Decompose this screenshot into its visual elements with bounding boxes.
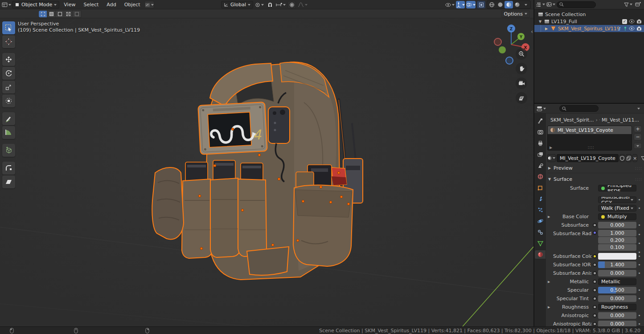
show-gizmo-dropdown[interactable] [456, 1, 465, 8]
breadcrumb-object[interactable]: SKM_Vest_Spirit... [550, 117, 594, 123]
radius-z-field[interactable]: 0.100 [598, 244, 636, 251]
eye-icon[interactable] [629, 26, 635, 31]
expand-arrow-icon[interactable]: ▶ [548, 215, 550, 219]
animate-dot[interactable]: • [636, 197, 642, 203]
collapse-arrow-icon[interactable]: ▼ [538, 20, 542, 24]
viewport-canvas[interactable]: 4 [0, 19, 533, 326]
expand-arrow-icon[interactable]: ▶ [544, 27, 549, 31]
radius-x-field[interactable]: 1.000 [598, 230, 636, 236]
sidebar-toggle[interactable]: ‹ [531, 29, 533, 35]
breadcrumb-material[interactable]: MI_Vest_LV11... [602, 117, 639, 123]
unlink-material-button[interactable]: × [632, 154, 637, 162]
tab-constraints[interactable] [535, 228, 546, 236]
animate-dot[interactable]: • [636, 253, 642, 259]
outliner-display-mode-dropdown[interactable] [536, 1, 545, 8]
shading-options-dropdown[interactable] [521, 1, 530, 8]
roughness-node-field[interactable]: Roughness [598, 304, 636, 310]
tool-move-button[interactable] [2, 53, 15, 66]
subsurface-method-dropdown[interactable]: Random Walk (Fixed R... [598, 205, 636, 212]
eye-icon[interactable] [629, 19, 635, 24]
menu-view[interactable]: View [60, 0, 79, 9]
subsurface-ior-slider[interactable]: 1.400 [598, 261, 636, 268]
value-socket-icon[interactable] [593, 305, 597, 309]
tab-physics[interactable] [535, 217, 546, 225]
tool-scale-button[interactable] [2, 81, 15, 94]
tab-particles[interactable] [535, 206, 546, 214]
tool-fallback-dropdown[interactable] [144, 1, 154, 8]
add-slot-button[interactable]: + [634, 126, 642, 132]
anisotropic-rotation-field[interactable]: 0.000 [598, 321, 636, 326]
orthographic-toggle-button[interactable] [516, 92, 527, 104]
expand-arrow-icon[interactable]: ▶ [548, 305, 550, 309]
pivot-point-dropdown[interactable] [255, 1, 264, 8]
decorator-icon[interactable] [593, 271, 597, 275]
value-socket-icon[interactable] [593, 280, 597, 284]
specular-slider[interactable]: 0.500 [598, 287, 636, 293]
select-mode-intersect-button[interactable] [73, 11, 81, 17]
tab-view-layer[interactable] [535, 150, 546, 159]
specular-tint-field[interactable]: 0.000 [598, 295, 636, 302]
subsurface-value-field[interactable]: 0.000 [598, 222, 636, 228]
mode-dropdown[interactable]: Object Mode [12, 1, 59, 8]
show-overlays-dropdown[interactable] [466, 1, 476, 8]
3d-viewport[interactable]: Object Mode View Select Add Object Globa… [0, 0, 533, 326]
animate-dot[interactable]: • [636, 296, 642, 301]
collection-checkbox[interactable]: ✓ [622, 19, 627, 24]
tool-rotate-button[interactable] [2, 67, 15, 80]
tab-output[interactable] [535, 139, 546, 147]
animate-dot[interactable]: • [636, 287, 642, 293]
distribution-dropdown[interactable]: Multiscatter GGX [598, 196, 636, 203]
tool-shear-button[interactable] [2, 175, 15, 188]
fake-user-button[interactable] [619, 154, 625, 162]
animate-dot[interactable]: • [636, 205, 642, 211]
base-color-node-field[interactable]: Multiply [598, 213, 636, 220]
tool-select-box-button[interactable] [2, 21, 15, 34]
tool-annotate-button[interactable] [2, 112, 15, 125]
material-slot-list[interactable]: MI_Vest_LV119_Coyote ▶ :::: [547, 126, 632, 151]
gizmo-y-neg-axis[interactable] [499, 46, 506, 53]
animate-dot[interactable]: • [638, 232, 641, 237]
proportional-editing-button[interactable] [287, 1, 296, 8]
outliner-filter-dropdown[interactable] [624, 1, 632, 8]
tab-object-data[interactable] [535, 239, 546, 248]
camera-render-icon[interactable] [636, 26, 642, 31]
menu-add[interactable]: Add [103, 0, 119, 9]
menu-object[interactable]: Object [121, 0, 144, 9]
orientation-dropdown[interactable]: Global [221, 1, 253, 8]
color-socket-icon[interactable] [593, 254, 597, 258]
gizmo-z-neg-axis[interactable] [506, 57, 513, 64]
shading-material-button[interactable] [505, 1, 513, 8]
outliner-filter-id-dropdown[interactable] [546, 1, 555, 8]
outliner-search-input[interactable] [557, 1, 596, 8]
animate-dot[interactable]: • [636, 222, 642, 228]
slot-specials-dropdown[interactable] [634, 143, 642, 149]
decorator-icon[interactable] [593, 288, 597, 292]
decorator-icon[interactable] [593, 314, 597, 318]
tool-fillet-button[interactable] [2, 162, 15, 175]
anisotropic-field[interactable]: 0.000 [598, 312, 636, 319]
pan-button[interactable] [516, 63, 527, 74]
select-mode-subtract-button[interactable] [56, 11, 64, 17]
tool-cursor-button[interactable] [2, 35, 15, 48]
decorator-icon[interactable] [593, 297, 597, 301]
section-surface[interactable]: ▼ Surface :::: [547, 175, 642, 183]
select-mode-extend-button[interactable] [47, 11, 56, 17]
camera-view-button[interactable] [516, 77, 527, 89]
tab-scene[interactable] [535, 161, 546, 170]
gizmo-x-neg-axis[interactable] [494, 38, 501, 45]
tab-world[interactable] [535, 172, 546, 181]
pin-icon[interactable] [641, 118, 641, 122]
snap-toggle-button[interactable] [266, 1, 274, 8]
tool-measure-button[interactable] [2, 126, 15, 139]
vest-model[interactable]: 4 [147, 53, 397, 312]
shading-rendered-button[interactable] [513, 1, 521, 8]
editor-type-button[interactable] [2, 1, 11, 8]
properties-editor-dropdown[interactable] [537, 105, 546, 112]
animate-dot[interactable]: • [636, 321, 642, 326]
section-preview[interactable]: ▶ Preview :::: [547, 164, 642, 172]
tab-material[interactable] [535, 250, 546, 259]
outliner-row-scene-collection[interactable]: Scene Collection [534, 11, 644, 18]
decorator-icon[interactable] [593, 223, 597, 227]
tab-render[interactable] [535, 128, 546, 136]
vector-socket-icon[interactable] [593, 231, 597, 235]
